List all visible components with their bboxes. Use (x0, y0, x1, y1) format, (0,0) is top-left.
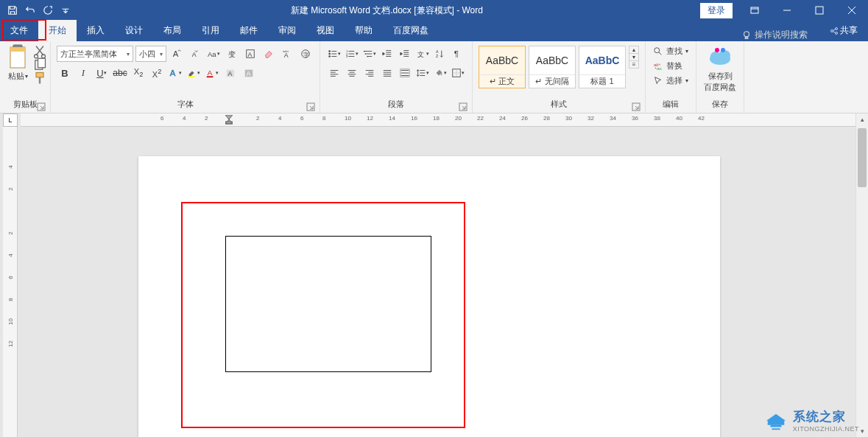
styles-expand[interactable]: ≡ (629, 61, 638, 68)
style-heading1[interactable]: AaBbC 标题 1 (579, 46, 626, 88)
char-shading-button[interactable]: A (222, 65, 239, 81)
align-left-button[interactable] (326, 65, 342, 81)
tab-help[interactable]: 帮助 (345, 20, 383, 41)
style-normal[interactable]: AaBbC ↵ 正文 (479, 46, 526, 88)
inserted-rectangle-shape[interactable] (225, 236, 431, 372)
save-to-baidu-button[interactable]: 保存到 百度网盘 (699, 43, 741, 97)
subscript-button[interactable]: X2 (130, 65, 147, 81)
character-border-button[interactable]: A (242, 46, 258, 62)
lightbulb-icon (741, 30, 752, 41)
tell-me-search[interactable]: 操作说明搜索 (741, 29, 808, 41)
paste-button[interactable]: 粘贴▾ (3, 43, 32, 83)
enclose-char-button[interactable]: 字 (297, 46, 314, 62)
tab-selector[interactable]: L (3, 113, 18, 127)
shrink-font-button[interactable]: A (187, 46, 203, 62)
change-case-button[interactable]: Aa▾ (205, 46, 222, 62)
svg-rect-13 (36, 73, 43, 77)
horizontal-ruler[interactable]: 6 4 2 2 4 6 8 10 12 14 16 18 20 22 24 26… (21, 113, 855, 127)
strikethrough-button[interactable]: abc (112, 65, 128, 81)
styles-scroll-down[interactable]: ▾ (629, 54, 638, 61)
maximize-icon[interactable] (803, 0, 836, 21)
clipboard-dialog-launcher[interactable] (37, 102, 46, 111)
cut-button[interactable] (32, 46, 47, 57)
login-button[interactable]: 登录 (700, 3, 733, 18)
close-icon[interactable] (836, 0, 868, 21)
borders-button[interactable]: ▾ (450, 65, 466, 81)
justify-button[interactable] (379, 65, 395, 81)
vertical-scrollbar[interactable]: ▴ ▾ (855, 113, 868, 437)
numbering-button[interactable]: 123▾ (344, 46, 360, 62)
change-case-icon: Aa (207, 49, 217, 59)
tab-view[interactable]: 视图 (306, 20, 345, 41)
minimize-icon[interactable] (771, 0, 803, 21)
select-button[interactable]: 选择▾ (652, 74, 690, 88)
style-no-spacing[interactable]: AaBbC ↵ 无间隔 (529, 46, 576, 88)
asian-layout-button[interactable]: 文▾ (414, 46, 431, 62)
clear-format-button[interactable] (261, 46, 277, 62)
tab-layout[interactable]: 布局 (153, 20, 191, 41)
multilevel-list-button[interactable]: ▾ (361, 46, 378, 62)
font-size-combo[interactable]: 小四▾ (135, 46, 166, 62)
tab-design[interactable]: 设计 (115, 20, 153, 41)
document-page[interactable] (138, 156, 720, 437)
ribbon-tabs: 文件 开始 插入 设计 布局 引用 邮件 审阅 视图 帮助 百度网盘 操作说明搜… (0, 21, 868, 41)
replace-button[interactable]: abac替换 (652, 59, 684, 73)
share-button[interactable]: 共享 (819, 20, 868, 41)
svg-text:文: 文 (417, 51, 424, 58)
format-painter-button[interactable] (32, 72, 47, 84)
increase-indent-button[interactable] (397, 46, 413, 62)
underline-button[interactable]: U▾ (93, 65, 110, 81)
distribute-button[interactable] (397, 65, 413, 81)
svg-point-36 (328, 55, 331, 57)
save-icon[interactable] (4, 2, 21, 18)
copy-icon (32, 57, 47, 72)
tab-review[interactable]: 审阅 (268, 20, 306, 41)
font-dialog-launcher[interactable] (306, 102, 315, 111)
scrollbar-thumb[interactable] (858, 128, 867, 187)
align-right-button[interactable] (361, 65, 378, 81)
tab-mailings[interactable]: 邮件 (230, 20, 268, 41)
shading-button[interactable]: ▾ (432, 65, 448, 81)
highlight-button[interactable]: ▾ (186, 65, 202, 81)
qat-customize-icon[interactable] (57, 2, 74, 18)
svg-point-51 (654, 47, 660, 52)
font-name-combo[interactable]: 方正兰亭黑简体▾ (57, 46, 133, 62)
find-button[interactable]: 查找▾ (652, 44, 690, 58)
vertical-ruler[interactable]: 4 2 2 4 6 8 10 12 (3, 127, 18, 437)
tab-file[interactable]: 文件 (0, 20, 38, 41)
phonetic-guide-button[interactable]: 变 (224, 46, 240, 62)
pinyin-button[interactable]: wénA (279, 46, 295, 62)
sort-button[interactable]: AZ (432, 46, 448, 62)
tab-insert[interactable]: 插入 (77, 20, 115, 41)
align-center-button[interactable] (344, 65, 360, 81)
tab-references[interactable]: 引用 (191, 20, 230, 41)
font-color-button[interactable]: A▾ (204, 65, 220, 81)
svg-point-41 (365, 53, 367, 55)
svg-text:A: A (208, 69, 213, 77)
grow-font-button[interactable]: A (169, 46, 185, 62)
svg-text:¶: ¶ (454, 49, 459, 58)
redo-icon[interactable] (40, 2, 56, 18)
scroll-up-icon[interactable]: ▴ (856, 113, 868, 125)
undo-icon[interactable] (22, 2, 38, 18)
decrease-indent-button[interactable] (379, 46, 395, 62)
line-spacing-button[interactable]: ▾ (414, 65, 431, 81)
styles-dialog-launcher[interactable] (632, 102, 641, 111)
svg-text:A: A (436, 49, 439, 54)
watermark-logo-icon (763, 410, 788, 432)
replace-icon: abac (653, 61, 663, 71)
bullets-button[interactable]: ▾ (326, 46, 342, 62)
paragraph-dialog-launcher[interactable] (459, 102, 467, 111)
first-line-indent-marker[interactable] (225, 115, 233, 125)
styles-scroll-up[interactable]: ▴ (629, 46, 638, 54)
italic-button[interactable]: I (75, 65, 91, 81)
tab-home[interactable]: 开始 (38, 20, 77, 41)
tab-baidu[interactable]: 百度网盘 (383, 20, 439, 41)
ribbon-display-icon[interactable] (738, 0, 771, 21)
text-effects-button[interactable]: A▾ (167, 65, 183, 81)
copy-button[interactable] (32, 59, 47, 71)
bold-button[interactable]: B (57, 65, 73, 81)
show-marks-button[interactable]: ¶ (450, 46, 466, 62)
superscript-button[interactable]: X2 (149, 65, 165, 81)
enclose-chars-button[interactable]: A (241, 65, 257, 81)
